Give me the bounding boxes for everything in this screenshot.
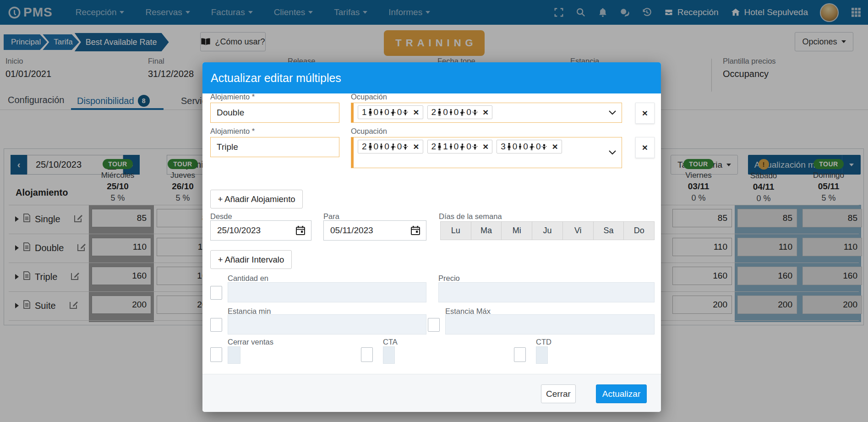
junior-icon [448,143,454,150]
price-input[interactable] [438,282,655,302]
occupancy-chip[interactable]: 1000× [358,105,423,119]
occupancy-count: 0 [397,142,402,152]
occupancy-chip-list: 1000×2000× [358,105,492,119]
occupancy-label: Ocupación [351,93,387,101]
accommodation-name-input[interactable]: Triple [210,137,339,157]
occupancy-count: 2 [431,142,437,152]
adult-icon [506,143,513,151]
accommodation-label: Alojamiento * [210,93,255,101]
occupancy-count: 0 [374,107,379,117]
close-sales-checkbox[interactable] [210,347,222,362]
adult-icon [436,109,443,116]
calendar-icon [410,225,420,236]
ctd-checkbox[interactable] [514,347,526,362]
occupancy-select[interactable]: 2000×2100×3000× [351,137,622,168]
chevron-down-icon[interactable] [609,148,616,157]
close-button[interactable]: Cerrar [541,384,576,403]
remove-occupancy-icon[interactable]: × [483,141,488,152]
remove-accommodation-button[interactable]: × [635,103,655,124]
from-date-field[interactable]: 25/10/2023 [210,220,311,241]
adult-icon [436,143,443,151]
max-stay-checkbox[interactable] [428,318,440,332]
occupancy-count: 0 [466,142,471,152]
junior-icon [448,109,454,115]
to-date-field[interactable]: 05/11/2023 [323,220,426,241]
weekday-lu[interactable]: Lu [441,222,471,240]
quantity-input[interactable] [228,282,426,302]
child-icon [528,143,536,150]
max-stay-input[interactable] [445,314,655,334]
baby-icon [402,144,409,150]
child-icon [459,109,466,116]
occupancy-chip[interactable]: 3000× [497,140,562,153]
occupancy-count: 0 [454,107,459,117]
child-icon [389,109,397,116]
occupancy-chip[interactable]: 2000× [427,105,493,119]
close-button-label: Cerrar [546,389,571,399]
cta-checkbox[interactable] [361,347,373,362]
add-accommodation-button[interactable]: + Añadir Alojamiento [210,190,303,208]
occupancy-chip[interactable]: 2100× [427,140,493,153]
occupancy-count: 0 [397,107,402,117]
cta-value-box[interactable] [383,346,395,364]
occupancy-count: 0 [536,142,541,152]
occupancy-count: 0 [513,142,518,152]
add-accommodation-label: + Añadir Alojamiento [218,194,295,204]
bulk-edit-modal: Actualizar editar múltiples Alojamiento … [202,62,661,412]
occupancy-count: 0 [384,107,389,117]
weekday-do[interactable]: Do [624,222,654,240]
junior-icon [378,109,384,115]
occupancy-count: 0 [466,107,471,117]
update-button[interactable]: Actualizar [596,384,647,403]
occupancy-count: 0 [384,142,389,152]
occupancy-count: 2 [362,142,367,152]
accommodation-name-input[interactable]: Double [210,103,339,123]
occupancy-chip[interactable]: 2000× [358,140,423,153]
ctd-label: CTD [536,338,551,346]
quantity-label: Cantidad en [228,274,268,283]
add-interval-label: + Añadir Intervalo [218,255,284,265]
remove-accommodation-button[interactable]: × [635,137,655,158]
weekday-ma[interactable]: Ma [471,222,502,240]
occupancy-count: 1 [443,142,448,152]
remove-occupancy-icon[interactable]: × [483,107,488,118]
weekday-mi[interactable]: Mi [502,222,532,240]
occupancy-count: 1 [362,107,367,117]
update-button-label: Actualizar [602,389,640,399]
modal-footer: Cerrar Actualizar [202,374,661,412]
child-icon [459,143,466,150]
ctd-value-box[interactable] [536,346,548,364]
occupancy-count: 0 [374,142,379,152]
adult-icon [367,143,374,151]
baby-icon [471,144,479,150]
close-sales-value-box[interactable] [228,346,240,364]
weekday-vi[interactable]: Vi [563,222,594,240]
quantity-checkbox[interactable] [210,286,222,300]
occupancy-label: Ocupación [351,127,387,136]
add-interval-button[interactable]: + Añadir Intervalo [210,250,292,269]
weekday-ju[interactable]: Ju [532,222,563,240]
chevron-down-icon[interactable] [609,109,616,117]
from-label: Desde [210,212,232,221]
min-stay-input[interactable] [228,314,426,334]
remove-occupancy-icon[interactable]: × [413,141,419,152]
occupancy-count: 3 [501,142,506,152]
baby-icon [471,110,479,115]
baby-icon [402,110,409,115]
occupancy-count: 0 [454,142,459,152]
min-stay-checkbox[interactable] [210,318,222,332]
junior-icon [378,143,384,150]
adult-icon [367,109,374,116]
remove-occupancy-icon[interactable]: × [552,141,557,152]
from-date-value: 25/10/2023 [217,225,261,236]
modal-title: Actualizar editar múltiples [211,71,341,85]
occupancy-select[interactable]: 1000×2000× [351,103,622,123]
remove-occupancy-icon[interactable]: × [413,107,419,118]
weekday-selector: LuMaMiJuViSaDo [440,221,655,240]
occupancy-count: 2 [431,107,437,117]
weekday-sa[interactable]: Sa [594,222,624,240]
price-label: Precio [438,274,460,283]
child-icon [389,143,397,150]
occupancy-count: 0 [523,142,528,152]
cta-label: CTA [383,338,398,346]
